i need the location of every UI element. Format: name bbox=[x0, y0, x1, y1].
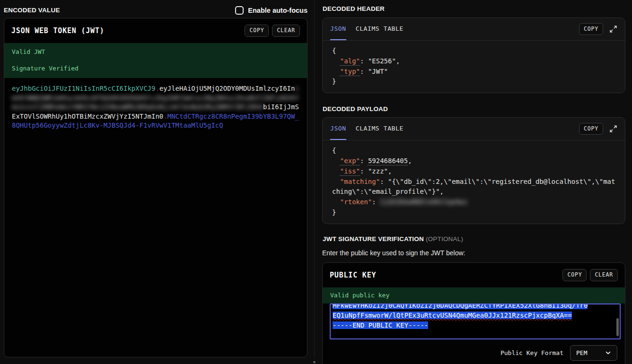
jwt-copy-button[interactable]: COPY bbox=[245, 25, 269, 37]
public-key-input[interactable]: MFkwEwYHKoZIzj0CAQYIKoZIzj0DAQcDQgAERZCf… bbox=[330, 303, 621, 339]
jwt-card-title: JSON WEB TOKEN (JWT) bbox=[11, 26, 105, 35]
public-key-card: PUBLIC KEY COPY CLEAR Valid public key M… bbox=[322, 262, 625, 364]
payload-expand-icon[interactable] bbox=[609, 125, 617, 133]
public-key-format-label: Public Key Format bbox=[500, 349, 563, 356]
decoded-header-heading: DECODED HEADER bbox=[323, 0, 625, 13]
public-key-line: EQ1uNpfFsmworW/lQtPEx3uRtcvUSN4QmuMGea0J… bbox=[333, 311, 618, 321]
public-key-format-value: PEM bbox=[576, 349, 587, 356]
public-key-description: Enter the public key used to sign the JW… bbox=[322, 249, 625, 257]
autofocus-label: Enable auto-focus bbox=[248, 7, 307, 14]
public-key-scrollbar[interactable] bbox=[616, 318, 619, 336]
encoded-value-panel: ENCODED VALUE Enable auto-focus JSON WEB… bbox=[4, 0, 307, 357]
jwt-card: JSON WEB TOKEN (JWT) COPY CLEAR Valid JW… bbox=[4, 18, 307, 357]
signature-verification-heading: JWT SIGNATURE VERIFICATION (OPTIONAL) bbox=[323, 235, 625, 243]
public-key-copy-button[interactable]: COPY bbox=[562, 269, 587, 281]
public-key-clear-button[interactable]: CLEAR bbox=[590, 269, 618, 281]
header-copy-button[interactable]: COPY bbox=[579, 23, 603, 35]
decoded-payload-card: JSON CLAIMS TABLE COPY { "exp": 59246864… bbox=[322, 117, 625, 224]
public-key-status-banner: Valid public key bbox=[323, 287, 625, 303]
jwt-status-valid: Valid JWT bbox=[12, 48, 299, 55]
panel-resize-handle[interactable] bbox=[313, 361, 316, 363]
chevron-down-icon bbox=[605, 350, 611, 356]
tab-header-claims-table[interactable]: CLAIMS TABLE bbox=[356, 18, 404, 40]
payload-copy-button[interactable]: COPY bbox=[579, 123, 603, 135]
tab-payload-json[interactable]: JSON bbox=[330, 118, 346, 140]
jwt-card-titlebar: JSON WEB TOKEN (JWT) COPY CLEAR bbox=[4, 18, 307, 43]
decoded-payload-heading: DECODED PAYLOAD bbox=[323, 105, 625, 113]
decoded-payload-json[interactable]: { "exp": 5924686405, "iss": "zzz", "matc… bbox=[323, 140, 625, 224]
jwt-clear-button[interactable]: CLEAR bbox=[272, 25, 300, 37]
autofocus-control: Enable auto-focus bbox=[235, 6, 307, 15]
autofocus-checkbox[interactable] bbox=[235, 6, 244, 15]
decoded-panel: DECODED HEADER JSON CLAIMS TABLE COPY { … bbox=[322, 0, 625, 364]
public-key-line: -----END PUBLIC KEY----- bbox=[333, 321, 618, 330]
header-expand-icon[interactable] bbox=[609, 25, 617, 33]
public-key-status-text: Valid public key bbox=[330, 292, 617, 299]
tab-header-json[interactable]: JSON bbox=[330, 18, 346, 40]
decoded-header-card: JSON CLAIMS TABLE COPY { "alg": "ES256",… bbox=[322, 17, 625, 93]
public-key-format-select[interactable]: PEM bbox=[570, 345, 617, 361]
public-key-titlebar: PUBLIC KEY COPY CLEAR bbox=[323, 263, 625, 287]
public-key-title: PUBLIC KEY bbox=[330, 271, 376, 279]
decoded-header-tabs: JSON CLAIMS TABLE COPY bbox=[323, 18, 625, 41]
jwt-status-signature: Signature Verified bbox=[12, 65, 299, 72]
tab-payload-claims-table[interactable]: CLAIMS TABLE bbox=[356, 118, 404, 140]
jwt-status-banner: Valid JWT Signature Verified bbox=[4, 43, 307, 78]
signature-verification-title: JWT SIGNATURE VERIFICATION bbox=[323, 235, 424, 243]
jwt-token-editor[interactable]: eyJhbGciOiJFUzI1NiIsInR5cCI6IkpXVCJ9.eyJ… bbox=[4, 78, 307, 357]
public-key-footer: Public Key Format PEM bbox=[323, 339, 625, 364]
panel-divider[interactable] bbox=[314, 0, 315, 357]
public-key-line: MFkwEwYHKoZIzj0CAQYIKoZIzj0DAQcDQgAERZCf… bbox=[333, 303, 618, 311]
decoded-payload-tabs: JSON CLAIMS TABLE COPY bbox=[323, 118, 625, 140]
decoded-header-json[interactable]: { "alg": "ES256", "typ": "JWT" } bbox=[323, 41, 625, 93]
encoded-value-heading: ENCODED VALUE bbox=[4, 7, 60, 14]
